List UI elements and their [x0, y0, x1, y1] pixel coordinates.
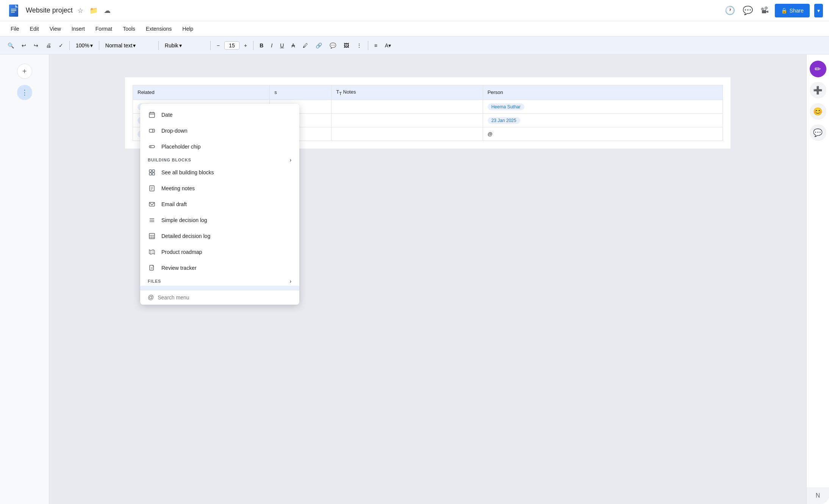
- files-chevron[interactable]: ›: [290, 278, 292, 284]
- at-symbol: @: [488, 131, 493, 137]
- menu-item-review-tracker[interactable]: Review tracker: [140, 260, 299, 276]
- underline-button[interactable]: U: [277, 41, 287, 50]
- search-input[interactable]: [158, 294, 292, 301]
- email-icon: [148, 200, 156, 208]
- cloud-icon[interactable]: ☁: [102, 5, 112, 16]
- svg-rect-4: [11, 12, 15, 13]
- grid-icon: [148, 168, 156, 177]
- doc-icon: [148, 264, 156, 272]
- menu-item-meeting-notes[interactable]: Meeting notes: [140, 180, 299, 196]
- italic-button[interactable]: I: [268, 41, 275, 50]
- print-button[interactable]: 🖨: [43, 41, 54, 50]
- building-blocks-chevron[interactable]: ›: [290, 157, 292, 163]
- folder-icon[interactable]: 📁: [88, 5, 99, 16]
- strikethrough-button[interactable]: A: [288, 41, 298, 50]
- menu-edit[interactable]: Edit: [25, 23, 44, 34]
- text-align-button[interactable]: ≡: [371, 41, 380, 50]
- zoom-selector[interactable]: 100% ▾: [73, 41, 96, 50]
- menu-bar: File Edit View Insert Format Tools Exten…: [0, 21, 829, 36]
- doc-title-section: Website project ☆ 📁 ☁: [26, 5, 719, 16]
- menu-item-see-all[interactable]: See all building blocks: [140, 164, 299, 180]
- more-button[interactable]: ⋮: [353, 41, 365, 50]
- sidebar-add-button[interactable]: +: [17, 64, 32, 79]
- placeholder-icon: [148, 142, 156, 151]
- spellcheck-button[interactable]: ✓: [56, 41, 66, 50]
- separator-1: [69, 41, 70, 50]
- menu-extensions[interactable]: Extensions: [141, 23, 176, 34]
- feedback-button[interactable]: 💬: [810, 124, 826, 141]
- text-color-button[interactable]: A▾: [382, 41, 394, 50]
- redo-button[interactable]: ↪: [31, 41, 41, 50]
- table-header-s: s: [270, 85, 332, 100]
- main-area: + ⋮ Related s TT Notes Person File: [0, 55, 829, 504]
- menu-item-date[interactable]: Date: [140, 107, 299, 123]
- font-name-selector[interactable]: Rubik ▾: [162, 41, 207, 50]
- date-chip-1: 23 Jan 2025: [488, 117, 520, 124]
- search-button[interactable]: 🔍: [5, 41, 17, 50]
- svg-rect-2: [11, 9, 16, 9]
- svg-rect-17: [152, 173, 155, 175]
- svg-rect-6: [149, 113, 155, 117]
- menu-item-product-roadmap[interactable]: Product roadmap: [140, 244, 299, 260]
- doc-title[interactable]: Website project: [26, 6, 73, 14]
- google-docs-logo[interactable]: [6, 3, 21, 18]
- separator-2: [99, 41, 99, 50]
- at-search-icon: @: [148, 294, 154, 301]
- table-header-related: Related: [133, 85, 270, 100]
- sidebar-dots-button[interactable]: ⋮: [17, 85, 32, 100]
- comment-icon[interactable]: 💬: [741, 4, 754, 17]
- menu-item-detailed-decision[interactable]: Detailed decision log: [140, 228, 299, 244]
- table-header-notes: TT Notes: [332, 85, 483, 100]
- menu-tools[interactable]: Tools: [118, 23, 140, 34]
- svg-rect-15: [152, 170, 155, 172]
- font-size-decrease[interactable]: −: [214, 41, 223, 50]
- highlight-button[interactable]: 🖊: [300, 41, 311, 50]
- menu-format[interactable]: Format: [91, 23, 117, 34]
- menu-item-email-draft[interactable]: Email draft: [140, 196, 299, 212]
- link-button[interactable]: 🔗: [313, 41, 325, 50]
- star-icon[interactable]: ☆: [76, 5, 85, 16]
- map-icon: [148, 248, 156, 256]
- font-size-increase[interactable]: +: [241, 41, 250, 50]
- font-size-display[interactable]: 15: [224, 41, 239, 50]
- panel-tab[interactable]: N: [807, 487, 829, 504]
- ai-assist-button[interactable]: ✏: [810, 61, 826, 77]
- svg-rect-26: [149, 233, 155, 239]
- svg-marker-31: [149, 250, 155, 254]
- menu-item-placeholder[interactable]: Placeholder chip: [140, 139, 299, 155]
- history-icon[interactable]: 🕐: [723, 4, 737, 17]
- menu-insert[interactable]: Insert: [67, 23, 89, 34]
- comment-toolbar-button[interactable]: 💬: [327, 41, 339, 50]
- add-comment-button[interactable]: ➕: [810, 82, 826, 99]
- lock-icon: 🔒: [781, 8, 787, 14]
- menu-help[interactable]: Help: [178, 23, 198, 34]
- menu-file[interactable]: File: [6, 23, 24, 34]
- image-button[interactable]: 🖼: [341, 41, 352, 50]
- title-bar: Website project ☆ 📁 ☁ 🕐 💬 📽 🔒 Share ▾: [0, 0, 829, 21]
- menu-item-dropdown[interactable]: Drop-down: [140, 123, 299, 139]
- table-header-person: Person: [483, 85, 723, 100]
- dropdown-menu: Date Drop-down: [140, 104, 299, 305]
- search-area: @: [140, 290, 299, 305]
- menu-item-simple-decision[interactable]: Simple decision log: [140, 212, 299, 228]
- files-header: FILES ›: [140, 276, 299, 286]
- emoji-button[interactable]: 😊: [810, 103, 826, 120]
- undo-button[interactable]: ↩: [19, 41, 29, 50]
- toolbar: 🔍 ↩ ↪ 🖨 ✓ 100% ▾ Normal text ▾ Rubik ▾ −…: [0, 36, 829, 55]
- share-button[interactable]: 🔒 Share: [775, 4, 810, 17]
- list-icon: [148, 216, 156, 224]
- share-dropdown-button[interactable]: ▾: [814, 4, 823, 17]
- separator-6: [368, 41, 368, 50]
- svg-rect-14: [149, 170, 152, 172]
- menu-view[interactable]: View: [45, 23, 66, 34]
- bold-button[interactable]: B: [257, 41, 266, 50]
- present-icon[interactable]: 📽: [759, 4, 770, 17]
- table-icon: [148, 232, 156, 240]
- top-right-actions: 🕐 💬 📽 🔒 Share ▾: [723, 4, 823, 17]
- svg-rect-12: [149, 146, 155, 148]
- person-chip-1: Heema Suthar: [488, 103, 524, 110]
- separator-5: [253, 41, 253, 50]
- left-sidebar: + ⋮: [0, 55, 49, 504]
- calendar-icon: [148, 111, 156, 119]
- font-style-selector[interactable]: Normal text ▾: [102, 41, 155, 50]
